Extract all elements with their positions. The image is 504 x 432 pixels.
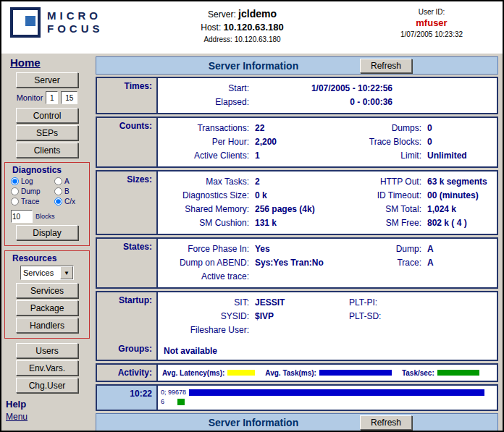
user-id-value: mfuser [381,17,482,28]
activity-detail-line1: 0; 99678 [161,389,494,396]
diagnostics-radio-grid: Log A Dump B Trace [7,177,88,206]
times-content: Start: 1/07/2005 - 10:22:56 Elapsed: 0 -… [158,78,497,113]
activity-time-label: 10:22 [97,386,158,410]
field-label: Dump on ABEND: [164,256,249,270]
field-label: Dump: [349,242,421,256]
field-value: 2,200 [255,135,343,149]
resources-group: Resources Services ▼ Services Package Ha… [4,250,90,339]
micro-focus-logo-icon [10,7,41,38]
activity-detail-line2: 6 [161,398,494,405]
resources-title: Resources [7,253,88,263]
server-name: jcldemo [238,8,277,20]
radio-dump-label: Dump [21,187,41,195]
address-value: 10.120.63.180 [235,35,281,43]
field-label: SIT: [164,296,249,310]
field-label: SM Total: [349,203,421,216]
users-button[interactable]: Users [16,343,78,358]
blocks-label: Blocks [35,213,55,220]
field-label: Start: [164,82,249,96]
sizes-section: Sizes: Max Tasks: 2 HTTP Out: 63 k segme… [96,170,498,235]
field-label: Shared Memory: [164,203,249,216]
field-value: 1/07/2005 - 10:22:56 [255,82,392,96]
field-label: Active Clients: [164,149,249,163]
field-label: SM Cushion: [164,216,249,230]
server-button[interactable]: Server [16,72,78,88]
radio-a-item: A [54,177,86,185]
radio-dump-item: Dump [11,187,54,195]
logo-line2: FOCUS [47,22,104,35]
field-value: Sys:Yes Tran:No [255,256,343,270]
home-link[interactable]: Home [10,56,41,69]
resources-select[interactable]: Services ▼ [20,266,74,280]
radio-a[interactable] [54,177,62,185]
radio-log-label: Log [21,177,33,185]
field-label: Trace: [349,256,421,270]
activity-detail-value1: 0; 99678 [161,389,186,396]
radio-log[interactable] [11,177,19,185]
field-label: SM Free: [349,216,421,230]
field-label: Fileshare User: [164,323,249,337]
states-grid: Force Phase In: Yes Dump: A Dump on ABEN… [164,242,491,284]
task-bar [319,370,392,376]
host-value: 10.120.63.180 [224,22,284,33]
user-id-label: User ID: [381,8,482,16]
package-button[interactable]: Package [16,300,78,315]
times-label: Times: [125,81,152,91]
env-vars-button[interactable]: Env.Vars. [16,360,78,376]
control-button[interactable]: Control [16,108,78,123]
field-label: HTTP Out: [349,175,421,189]
radio-b[interactable] [54,187,62,195]
monitor-interval-input[interactable] [46,91,58,104]
activity-detail-content: 0; 99678 6 [158,386,497,410]
radio-cx-label: C/x [64,198,75,206]
radio-cx[interactable] [54,198,62,206]
seps-button[interactable]: SEPs [16,125,78,140]
times-grid: Start: 1/07/2005 - 10:22:56 Elapsed: 0 -… [164,82,491,109]
activity-row-label: Activity: [97,365,158,381]
clients-button[interactable]: Clients [16,143,78,158]
display-button[interactable]: Display [16,225,78,240]
monitor-count-input[interactable] [61,91,77,104]
handlers-button[interactable]: Handlers [16,318,78,333]
blocks-input[interactable] [11,210,33,223]
radio-trace[interactable] [11,198,19,206]
refresh-button-top[interactable]: Refresh [360,59,412,73]
page-title: Server Information [118,60,389,72]
field-value: 00 (minutes) [427,189,491,203]
help-label: Help [1,399,93,410]
services-button[interactable]: Services [16,283,78,298]
logo-square-icon [25,16,35,26]
refresh-button-bottom[interactable]: Refresh [360,415,412,430]
radio-dump[interactable] [11,187,19,195]
counts-content: Transactions: 22 Dumps: 0 Per Hour: 2,20… [158,118,497,166]
host-line: Host: 10.120.63.180 [164,22,320,33]
address-line: Address: 10.120.63.180 [164,35,320,43]
field-label: Force Phase In: [164,242,249,256]
field-label: PLT-PI: [349,296,421,310]
states-section: States: Force Phase In: Yes Dump: A Dump… [96,237,498,289]
startup-grid: SIT: JESSIT PLT-PI: SYSID: $IVP PLT-SD: … [164,296,491,337]
chevron-down-icon[interactable]: ▼ [60,266,73,279]
field-label: Transactions: [164,122,249,135]
menu-link[interactable]: Menu [1,412,28,422]
counts-label: Counts: [119,121,152,131]
chg-user-button[interactable]: Chg.User [16,378,78,393]
field-value: 802 k ( 4 ) [427,216,491,230]
field-label: Max Tasks: [164,175,249,189]
sidebar: Home Server Monitor Control SEPs Clients… [1,54,93,431]
times-section: Times: Start: 1/07/2005 - 10:22:56 Elaps… [96,77,498,114]
field-value [427,310,491,323]
latency-label: Avg. Latency(ms): [162,369,224,377]
radio-cx-item: C/x [54,198,86,206]
field-label [349,323,421,337]
activity-tasksec-bar [177,399,185,405]
field-value: $IVP [255,310,343,323]
bottom-title-bar: Server Information Refresh [96,413,498,431]
top-title-bar: Server Information Refresh [96,56,498,75]
server-info-block: Server: jcldemo Host: 10.120.63.180 Addr… [164,8,320,43]
radio-b-label: B [64,187,70,195]
field-label: Active trace: [164,270,249,284]
page-header: MICRO FOCUS Server: jcldemo Host: 10.120… [1,1,503,54]
field-label: Per Hour: [164,135,249,149]
radio-trace-label: Trace [21,198,39,206]
